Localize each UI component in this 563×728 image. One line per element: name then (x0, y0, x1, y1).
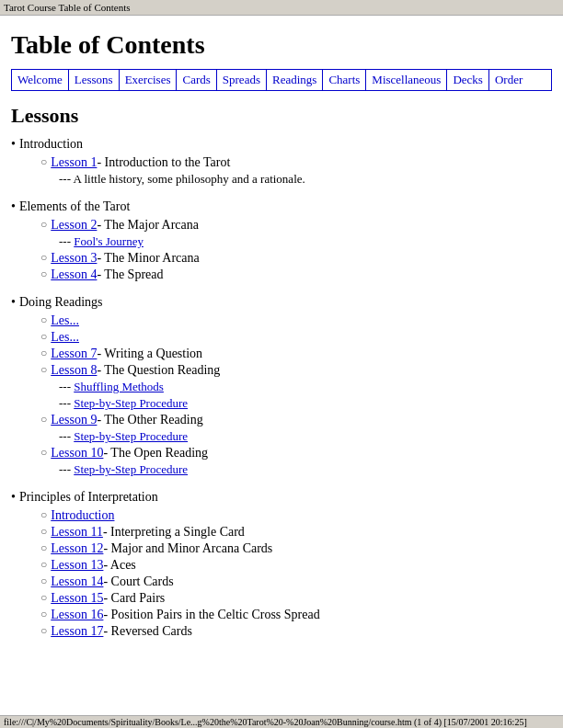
note-link[interactable]: Shuffling Methods (74, 380, 164, 393)
lesson-note: --- Fool's Journey (59, 234, 552, 249)
lesson-description: - Writing a Question (97, 347, 202, 361)
lesson-description: - Reversed Cards (103, 624, 191, 639)
section-header: •Doing Readings (11, 295, 552, 310)
list-item: ○Les... (40, 313, 552, 328)
nav-item-order[interactable]: Order (489, 70, 528, 90)
lesson-link[interactable]: Lesson 7 (51, 347, 97, 361)
lesson-description: - Court Cards (103, 574, 173, 589)
lesson-description: - Major and Minor Arcana Cards (103, 541, 272, 556)
lesson-link[interactable]: Lesson 1 (51, 155, 97, 170)
lessons-groups: •Introduction○Lesson 1 - Introduction to… (11, 137, 552, 639)
lesson-description: - Interpreting a Single Card (103, 525, 245, 540)
sub-bullet-icon: ○ (40, 608, 47, 621)
nav-item-welcome[interactable]: Welcome (12, 70, 69, 90)
section-title: Elements of the Tarot (19, 199, 130, 214)
lesson-note: --- Shuffling Methods (59, 380, 552, 394)
sub-list: ○Lesson 1 - Introduction to the Tarot---… (40, 155, 552, 187)
lesson-link[interactable]: Lesson 11 (51, 525, 103, 540)
lesson-link[interactable]: Lesson 12 (51, 541, 103, 556)
bullet-icon: • (11, 137, 16, 152)
lesson-link[interactable]: Lesson 9 (51, 413, 97, 427)
sub-bullet-icon: ○ (40, 155, 47, 169)
lesson-link[interactable]: Les... (51, 330, 79, 345)
lesson-link[interactable]: Lesson 3 (51, 251, 97, 266)
list-item: ○Lesson 3 - The Minor Arcana (40, 251, 552, 266)
lesson-note: --- Step-by-Step Procedure (59, 462, 552, 477)
sub-bullet-icon: ○ (40, 508, 47, 522)
list-item: ○Lesson 4 - The Spread (40, 267, 552, 282)
list-item: ○Lesson 12 - Major and Minor Arcana Card… (40, 541, 552, 556)
note-link[interactable]: Fool's Journey (74, 234, 144, 248)
nav-item-decks[interactable]: Decks (447, 70, 489, 90)
list-item: ○Lesson 14 - Court Cards (40, 574, 552, 589)
nav-item-lessons[interactable]: Lessons (69, 70, 120, 90)
nav-item-spreads[interactable]: Spreads (217, 70, 267, 90)
lesson-description: - The Spread (97, 267, 163, 282)
sub-bullet-icon: ○ (40, 558, 47, 572)
sub-bullet-icon: ○ (40, 525, 47, 539)
list-item: ○Lesson 1 - Introduction to the Tarot (40, 155, 552, 170)
lessons-heading: Lessons (11, 104, 552, 128)
section-header: •Elements of the Tarot (11, 199, 552, 214)
section-title: Principles of Interpretation (19, 490, 158, 505)
sub-bullet-icon: ○ (40, 574, 47, 588)
list-item: ○Lesson 8 - The Question Reading (40, 363, 552, 378)
lesson-description: - Aces (103, 558, 135, 573)
sub-bullet-icon: ○ (40, 313, 47, 327)
list-item: ○Lesson 16 - Position Pairs in the Celti… (40, 608, 552, 622)
lesson-group: •Elements of the Tarot○Lesson 2 - The Ma… (11, 199, 552, 282)
note-link[interactable]: Step-by-Step Procedure (74, 462, 188, 476)
nav-item-charts[interactable]: Charts (323, 70, 366, 90)
bullet-icon: • (11, 199, 16, 214)
lesson-note: --- A little history, some philosophy an… (59, 172, 552, 187)
nav-item-exercises[interactable]: Exercises (120, 70, 178, 90)
lesson-description: - Position Pairs in the Celtic Cross Spr… (103, 608, 319, 622)
bullet-icon: • (11, 490, 16, 505)
list-item: ○Lesson 9 - The Other Reading (40, 413, 552, 427)
lesson-description: - Introduction to the Tarot (97, 155, 230, 170)
list-item: ○Lesson 15 - Card Pairs (40, 591, 552, 606)
main-content: Table of Contents WelcomeLessonsExercise… (0, 16, 563, 688)
title-bar-text: Tarot Course Table of Contents (4, 2, 131, 13)
lesson-description: - The Question Reading (97, 363, 220, 378)
sub-bullet-icon: ○ (40, 541, 47, 555)
list-item: ○Introduction (40, 508, 552, 523)
lesson-link[interactable]: Lesson 8 (51, 363, 97, 378)
lesson-link[interactable]: Lesson 4 (51, 267, 97, 282)
title-bar: Tarot Course Table of Contents (0, 0, 563, 16)
list-item: ○Lesson 10 - The Open Reading (40, 446, 552, 461)
lesson-link[interactable]: Lesson 17 (51, 624, 103, 639)
sub-bullet-icon: ○ (40, 363, 47, 377)
lesson-group: •Introduction○Lesson 1 - Introduction to… (11, 137, 552, 187)
status-bar: file:///C|/My%20Documents/Spirituality/B… (0, 715, 563, 728)
nav-bar: WelcomeLessonsExercisesCardsSpreadsReadi… (11, 69, 552, 91)
lesson-link[interactable]: Lesson 2 (51, 218, 97, 233)
sub-bullet-icon: ○ (40, 591, 47, 605)
sub-list: ○Lesson 2 - The Major Arcana--- Fool's J… (40, 218, 552, 282)
list-item: ○Lesson 7 - Writing a Question (40, 347, 552, 361)
sub-bullet-icon: ○ (40, 218, 47, 232)
nav-item-cards[interactable]: Cards (177, 70, 216, 90)
sub-bullet-icon: ○ (40, 446, 47, 460)
lesson-link[interactable]: Lesson 10 (51, 446, 103, 461)
nav-item-readings[interactable]: Readings (267, 70, 323, 90)
lesson-link[interactable]: Introduction (51, 508, 114, 523)
lesson-description: - The Open Reading (103, 446, 208, 461)
note-link[interactable]: Step-by-Step Procedure (74, 429, 188, 443)
list-item: ○Lesson 13 - Aces (40, 558, 552, 573)
lesson-note: --- Step-by-Step Procedure (59, 396, 552, 411)
section-header: •Introduction (11, 137, 552, 152)
nav-item-miscellaneous[interactable]: Miscellaneous (366, 70, 447, 90)
sub-bullet-icon: ○ (40, 330, 47, 344)
lesson-link[interactable]: Lesson 14 (51, 574, 103, 589)
lesson-link[interactable]: Lesson 16 (51, 608, 103, 622)
section-header: •Principles of Interpretation (11, 490, 552, 505)
note-link[interactable]: Step-by-Step Procedure (74, 396, 188, 410)
sub-bullet-icon: ○ (40, 251, 47, 265)
lesson-link[interactable]: Lesson 15 (51, 591, 103, 606)
lesson-link[interactable]: Les... (51, 313, 79, 328)
lesson-link[interactable]: Lesson 13 (51, 558, 103, 573)
section-title: Introduction (19, 137, 83, 152)
sub-bullet-icon: ○ (40, 413, 47, 427)
lesson-description: - The Minor Arcana (97, 251, 199, 266)
